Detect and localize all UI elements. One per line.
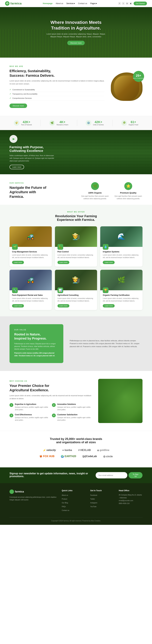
services-intro-left: OUR SERVICE Navigate the Future ofAgricu… <box>10 182 51 199</box>
card-organic-desc: Lorem ipsum dolor sit amet, consectetur … <box>103 297 140 302</box>
card-consulting-desc: Lorem ipsum dolor sit amet, consectetur … <box>57 297 95 302</box>
stat-harvest-content: 42K+ Tons of harvest <box>21 120 32 126</box>
nav-link-homepage[interactable]: Homepage <box>43 2 52 4</box>
youtube-icon[interactable]: ▶ <box>129 2 132 5</box>
why-feat-3: 3 Cost Effectiveness Quisque sed lacus, … <box>10 414 49 422</box>
kanba-icon: ∞ <box>62 449 64 452</box>
offer-section: WHAT WE OFFER Revolutionize Your Farming… <box>0 205 152 316</box>
card-crop-btn[interactable]: Learn more <box>12 261 24 264</box>
why-feat-3-text: Cost Effectiveness Quisque sed lacus, po… <box>15 414 49 422</box>
card-irrigation-body: Irrigation Systems Lorem ipsum dolor sit… <box>100 247 142 266</box>
play-button[interactable] <box>10 135 17 143</box>
nav-link-contact[interactable]: Contact us <box>78 2 87 4</box>
footer-social-youtube[interactable]: YouTube <box>90 505 114 508</box>
velocity-icon: ⚡ <box>43 449 46 452</box>
nav-link-about[interactable]: About us <box>56 2 63 4</box>
footer-social-facebook[interactable]: Facebook <box>90 494 114 496</box>
brand-foxhub: 🦊 FOX HUB <box>39 455 54 458</box>
logo-icon <box>5 1 10 6</box>
stat-organic: 🥬 61+ Organic Food <box>121 120 138 126</box>
goldline-text: goldline <box>100 449 109 452</box>
footer-grid: farmica Consequat accumsan adipiscing pe… <box>10 490 142 512</box>
who-feature-3: Comprehensive Services <box>10 96 105 100</box>
rooted-quote: Praesent a enim massa conditur, Elit con… <box>14 352 59 357</box>
technic-icon: ⚙️ <box>86 120 91 126</box>
card-consulting-title: Agricultural Consulting <box>57 294 95 296</box>
card-equipment-body: Farm Equipment Rental and Sales Lorem ip… <box>10 290 52 310</box>
card-consulting-image: 👩‍🌾 <box>55 270 97 290</box>
why-title: Your Premier Choice forAgricultural Exce… <box>10 384 92 392</box>
newsletter-title: Signup our newsletter to get update info… <box>10 472 96 478</box>
card-consulting-body: Agricultural Consulting Lorem ipsum dolo… <box>55 290 97 310</box>
why-feat-1-title: Expertise in Agriculture <box>15 403 49 405</box>
foxhub-text: FOX HUB <box>43 455 54 458</box>
who-feature-2: Transparency and Accountability <box>10 92 105 96</box>
footer-office-title: Head Office <box>119 490 142 492</box>
footer-logo[interactable]: farmica <box>10 490 57 494</box>
footer-bottom: Copyright ©2024 farmica. All right reser… <box>10 517 142 522</box>
why-feat-4-desc: Quisque sed lacus, porttitor sagittis ag… <box>57 416 92 422</box>
why-feat-1-desc: Quisque sed lacus, porttitor sagittis ag… <box>15 406 49 411</box>
velocity-text: velocity <box>46 449 56 452</box>
video-learn-more-button[interactable]: Learn more <box>10 165 24 169</box>
nav-link-pages[interactable]: Pages ▾ <box>90 2 97 4</box>
video-section: Farming with Purpose,Cultivating Excelle… <box>0 130 152 174</box>
svg-point-0 <box>7 4 8 4</box>
card-equipment-desc: Lorem ipsum dolor sit amet, consectetur … <box>12 297 49 302</box>
footer-social-twitter[interactable]: Twitter <box>90 497 114 500</box>
video-description: Nulla a scelerisque sapien, id finibus r… <box>10 154 57 162</box>
footer-quick-links: Quick Links About us Product Our Blog FA… <box>62 490 86 512</box>
footer-brand: farmica Consequat accumsan adipiscing pe… <box>10 490 57 512</box>
footer-social-list: Facebook Twitter Instagram YouTube <box>90 494 114 508</box>
footer-social-instagram[interactable]: Instagram <box>90 501 114 504</box>
newsletter-email-input[interactable] <box>96 472 127 478</box>
footer-link-blog[interactable]: Our Blog <box>62 501 86 504</box>
brands-row-2: 🦊 FOX HUB 🌍 EARTH20 {p}CodeLab ◎ circle <box>10 455 142 458</box>
brand-hexlab: # HEXLAB <box>78 449 91 452</box>
hero-cta-button[interactable]: Discover more <box>67 41 85 45</box>
card-irrigation: 🌊 💧 Irrigation Systems Lorem ipsum dolor… <box>100 226 142 266</box>
footer-link-product[interactable]: Product <box>62 497 86 500</box>
facebook-icon[interactable]: f <box>118 2 121 5</box>
who-cta-button[interactable]: Discover more <box>10 104 27 108</box>
kanba-text: kanba <box>65 449 72 452</box>
circle-text: ◎ circle <box>103 455 113 458</box>
brand-velocity: ⚡ velocity <box>43 449 56 452</box>
stat-organic-num: 61+ <box>129 120 138 124</box>
rooted-box: OUR VALUE Rooted in Nature,Inspired by P… <box>10 324 63 363</box>
card-consulting-btn[interactable]: Learn more <box>57 304 69 308</box>
card-organic-btn[interactable]: Learn more <box>103 304 115 308</box>
why-feat-4-text: Customer Satisfaction Quisque sed lacus,… <box>57 414 92 422</box>
get-started-button[interactable]: Get Started <box>134 2 147 5</box>
services-intro-section: OUR SERVICE Navigate the Future ofAgricu… <box>0 174 152 205</box>
card-equipment: 🚜 🔧 Farm Equipment Rental and Sales Lore… <box>10 270 52 310</box>
stat-technic-content: 42K+ Units of technic <box>93 120 104 126</box>
rooted-title: Rooted in Nature,Inspired by Progress. <box>14 332 59 340</box>
card-equipment-btn[interactable]: Learn more <box>12 304 24 308</box>
twitter-icon[interactable]: t <box>122 2 125 5</box>
why-feat-1-text: Expertise in Agriculture Quisque sed lac… <box>15 403 49 411</box>
services-tag: OUR SERVICE <box>10 182 51 184</box>
nav-link-services[interactable]: Services ▾ <box>66 2 75 4</box>
badge-number: 25+ <box>136 74 141 78</box>
card-organic-img-wrap: 🌿 🏆 <box>100 270 142 290</box>
footer-link-contact[interactable]: Contact us <box>62 509 86 512</box>
card-crop-body: Crop Management Services Lorem ipsum dol… <box>10 247 52 266</box>
hectares-icon: 🌿 <box>49 120 55 126</box>
stat-hectares-num: 4K+ <box>56 120 68 124</box>
why-feat-1-num: 1 <box>10 403 13 407</box>
newsletter-subscribe-button[interactable]: To Sign Up <box>129 472 142 478</box>
footer-link-faq[interactable]: FAQs <box>62 505 86 508</box>
nav-logo[interactable]: farmica <box>5 1 22 6</box>
card-organic-icon: 🏆 <box>103 288 108 293</box>
why-description: Lorem ipsum dolor sit amet, consectetur … <box>10 394 92 400</box>
instagram-icon[interactable]: in <box>126 2 129 5</box>
card-irrigation-btn[interactable]: Learn more <box>103 261 115 264</box>
footer-link-about[interactable]: About us <box>62 494 86 496</box>
why-section: WHY CHOOSE US Your Premier Choice forAgr… <box>0 371 152 431</box>
card-pest-icon: 🐛 <box>57 244 63 250</box>
card-pest-btn[interactable]: Learn more <box>57 261 69 264</box>
nav-right: f t in ▶ Get Started <box>118 2 147 5</box>
cards-grid: 🚜 🌱 Crop Management Services Lorem ipsum… <box>10 226 142 310</box>
card-pest-image: 👨‍🌾 <box>55 226 97 247</box>
